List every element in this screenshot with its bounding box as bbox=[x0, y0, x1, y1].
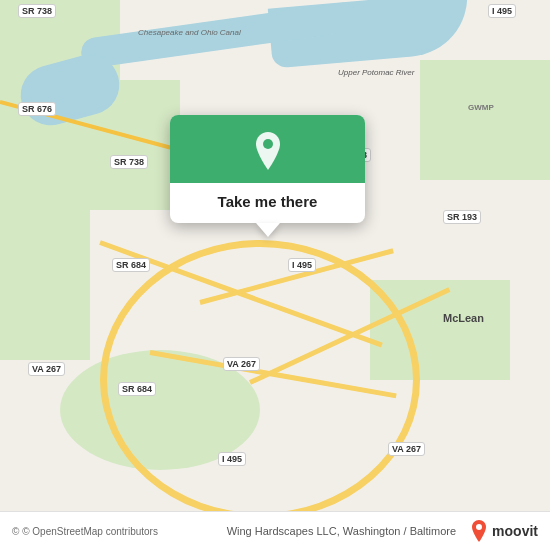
green-area bbox=[420, 60, 550, 180]
green-area bbox=[0, 200, 90, 360]
bottom-bar: © © OpenStreetMap contributors Wing Hard… bbox=[0, 511, 550, 550]
popup-card: Take me there bbox=[170, 115, 365, 223]
openstreetmap-text: © OpenStreetMap contributors bbox=[22, 526, 158, 537]
map-container: SR 738 SR 676 SR 738 193 SR 684 I 495 SR… bbox=[0, 0, 550, 550]
road-label-i495-mid: I 495 bbox=[288, 258, 316, 272]
canal-label: Chesapeake and Ohio Canal bbox=[138, 28, 241, 37]
location-pin-icon bbox=[250, 133, 286, 169]
popup-body: Take me there bbox=[170, 183, 365, 223]
road-label-sr738-mid: SR 738 bbox=[110, 155, 148, 169]
svg-point-0 bbox=[263, 139, 273, 149]
mclean-label: McLean bbox=[443, 312, 484, 324]
road-label-sr684-mid: SR 684 bbox=[112, 258, 150, 272]
road-label-va267-right: VA 267 bbox=[388, 442, 425, 456]
popup-header bbox=[170, 115, 365, 183]
road-label-va267: VA 267 bbox=[28, 362, 65, 376]
moovit-logo: moovit bbox=[470, 520, 538, 542]
road-label-sr738-top: SR 738 bbox=[18, 4, 56, 18]
popup-arrow bbox=[256, 223, 280, 237]
road-label-i495-bot: I 495 bbox=[218, 452, 246, 466]
road-label-sr676: SR 676 bbox=[18, 102, 56, 116]
road-label-i495-top: I 495 bbox=[488, 4, 516, 18]
attribution-text: © © OpenStreetMap contributors bbox=[12, 526, 227, 537]
moovit-brand-text: moovit bbox=[492, 523, 538, 539]
interstate-arc bbox=[100, 240, 420, 520]
bottom-right: Wing Hardscapes LLC, Washington / Baltim… bbox=[227, 520, 538, 542]
take-me-there-button[interactable]: Take me there bbox=[218, 193, 318, 210]
road-label-va267-mid: VA 267 bbox=[223, 357, 260, 371]
gwmp-label: GWMP bbox=[468, 103, 494, 112]
potomac-label: Upper Potomac River bbox=[338, 68, 414, 77]
location-name: Wing Hardscapes LLC, Washington / Baltim… bbox=[227, 525, 456, 537]
road-label-sr684-bot: SR 684 bbox=[118, 382, 156, 396]
copyright-symbol: © bbox=[12, 526, 19, 537]
road-label-sr193: SR 193 bbox=[443, 210, 481, 224]
svg-point-1 bbox=[476, 524, 482, 530]
